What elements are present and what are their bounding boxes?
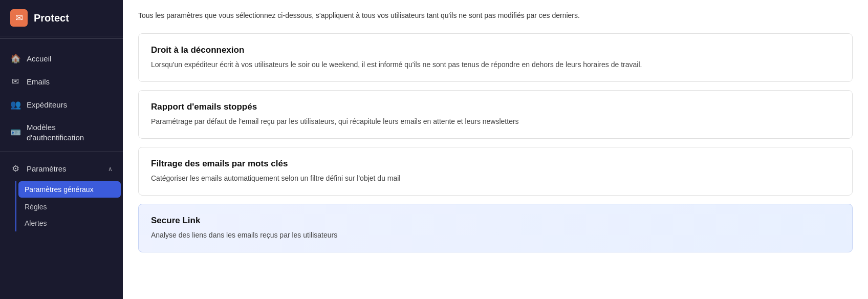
parametres-sub-menu: Paramètres généraux Règles Alertes bbox=[15, 181, 123, 231]
app-name: Protect bbox=[34, 12, 69, 24]
card-filtrage-emails: Filtrage des emails par mots clés Catégo… bbox=[138, 147, 853, 196]
card-title-secure-link: Secure Link bbox=[151, 216, 840, 226]
card-description-droit-deconnexion: Lorsqu'un expéditeur écrit à vos utilisa… bbox=[151, 59, 840, 70]
card-droit-deconnexion: Droit à la déconnexion Lorsqu'un expédit… bbox=[138, 33, 853, 82]
sidebar-item-label-parametres: Paramètres bbox=[27, 164, 67, 173]
sidebar-item-emails[interactable]: ✉ Emails bbox=[0, 70, 123, 93]
id-card-icon: 🪪 bbox=[10, 127, 20, 138]
card-title-rapport-emails-stoppes: Rapport d'emails stoppés bbox=[151, 102, 840, 112]
sidebar-divider bbox=[0, 38, 123, 39]
sidebar-nav: 🏠 Accueil ✉ Emails 👥 Expéditeurs 🪪 Modèl… bbox=[0, 41, 123, 299]
card-secure-link: Secure Link Analyse des liens dans les e… bbox=[138, 204, 853, 252]
intro-text: Tous les paramètres que vous sélectionne… bbox=[138, 10, 853, 21]
sidebar-item-expediteurs[interactable]: 👥 Expéditeurs bbox=[0, 93, 123, 116]
card-title-filtrage-emails: Filtrage des emails par mots clés bbox=[151, 159, 840, 169]
sidebar-item-parametres-generaux[interactable]: Paramètres généraux bbox=[18, 181, 121, 198]
app-logo-icon: ✉ bbox=[10, 9, 28, 27]
sidebar-item-modeles[interactable]: 🪪 Modèles d'authentification bbox=[0, 116, 123, 148]
sidebar: ✉ Protect 🏠 Accueil ✉ Emails 👥 Expéditeu… bbox=[0, 0, 123, 299]
sidebar-item-regles[interactable]: Règles bbox=[16, 199, 123, 215]
nav-divider bbox=[0, 152, 123, 152]
sidebar-item-accueil[interactable]: 🏠 Accueil bbox=[0, 47, 123, 70]
logo-area: ✉ Protect bbox=[0, 0, 123, 36]
card-description-secure-link: Analyse des liens dans les emails reçus … bbox=[151, 230, 840, 241]
sidebar-item-alertes[interactable]: Alertes bbox=[16, 215, 123, 231]
sidebar-item-label-modeles: Modèles d'authentification bbox=[27, 122, 113, 142]
card-rapport-emails-stoppes: Rapport d'emails stoppés Paramétrage par… bbox=[138, 90, 853, 139]
sidebar-item-label-expediteurs: Expéditeurs bbox=[27, 100, 67, 109]
logo-envelope-icon: ✉ bbox=[15, 12, 23, 24]
home-icon: 🏠 bbox=[10, 53, 20, 64]
email-icon: ✉ bbox=[10, 76, 20, 87]
chevron-up-icon: ∧ bbox=[108, 165, 113, 173]
card-description-rapport-emails-stoppes: Paramétrage par défaut de l'email reçu p… bbox=[151, 116, 840, 127]
sidebar-item-parametres[interactable]: ⚙ Paramètres ∧ bbox=[0, 157, 123, 180]
sidebar-item-label-emails: Emails bbox=[27, 77, 50, 86]
settings-icon: ⚙ bbox=[10, 163, 20, 174]
parametres-section: ⚙ Paramètres ∧ Paramètres généraux Règle… bbox=[0, 155, 123, 233]
users-icon: 👥 bbox=[10, 99, 20, 110]
main-content: Tous les paramètres que vous sélectionne… bbox=[123, 0, 868, 299]
card-title-droit-deconnexion: Droit à la déconnexion bbox=[151, 45, 840, 55]
card-description-filtrage-emails: Catégoriser les emails automatiquement s… bbox=[151, 173, 840, 184]
sidebar-item-label-accueil: Accueil bbox=[27, 54, 51, 63]
